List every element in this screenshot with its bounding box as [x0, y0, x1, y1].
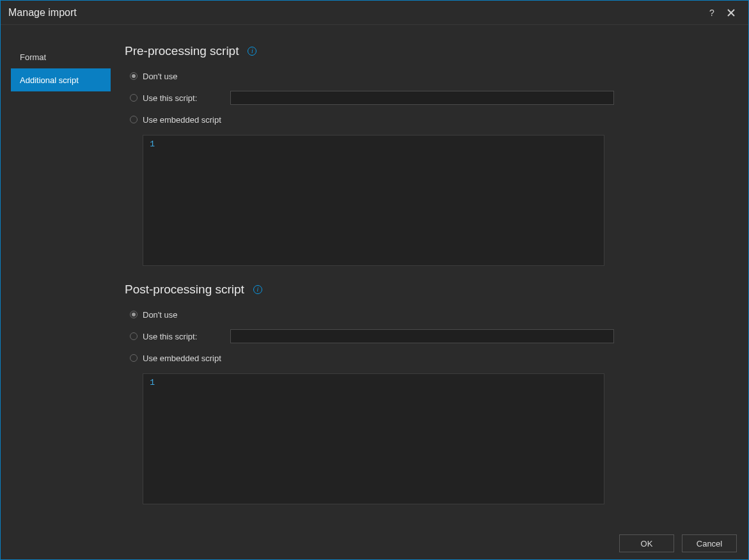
dialog-footer: OK Cancel [1, 527, 748, 559]
radio-use-embedded[interactable] [130, 354, 138, 362]
radio-label[interactable]: Don't use [143, 310, 178, 320]
radio-label[interactable]: Use embedded script [143, 354, 221, 363]
titlebar: Manage import ? [1, 1, 748, 25]
cancel-button[interactable]: Cancel [682, 534, 737, 552]
sidebar: Format Additional script [1, 25, 111, 527]
pre-processing-heading: Pre-processing script [125, 44, 239, 58]
editor-gutter: 1 [143, 136, 159, 265]
post-processing-section: Post-processing script i Don't use Use t… [125, 283, 723, 504]
sidebar-item-format[interactable]: Format [11, 45, 111, 68]
info-icon[interactable]: i [248, 47, 256, 56]
pre-radio-embedded-row[interactable]: Use embedded script [130, 113, 723, 126]
content-pane: Pre-processing script i Don't use Use th… [111, 25, 748, 527]
pre-radio-dont-use-row[interactable]: Don't use [130, 70, 723, 82]
help-icon[interactable]: ? [702, 3, 721, 22]
post-processing-heading: Post-processing script [125, 283, 244, 297]
radio-use-this[interactable] [130, 332, 138, 340]
editor-body[interactable] [159, 374, 604, 504]
radio-use-embedded[interactable] [130, 116, 138, 123]
post-radio-dont-use-row[interactable]: Don't use [130, 308, 723, 321]
pre-processing-section: Pre-processing script i Don't use Use th… [125, 44, 723, 266]
sidebar-item-label: Additional script [20, 75, 79, 85]
editor-gutter: 1 [143, 374, 159, 504]
close-icon[interactable] [721, 3, 741, 22]
radio-label[interactable]: Use embedded script [143, 115, 221, 125]
sidebar-item-additional-script[interactable]: Additional script [11, 68, 111, 91]
editor-body[interactable] [159, 136, 604, 265]
post-radio-use-this-row[interactable]: Use this script: [130, 330, 723, 343]
sidebar-item-label: Format [20, 52, 46, 62]
post-embedded-editor[interactable]: 1 [143, 373, 604, 504]
radio-label[interactable]: Don't use [143, 72, 178, 81]
window-title: Manage import [8, 7, 702, 19]
ok-button[interactable]: OK [619, 534, 674, 552]
pre-embedded-editor[interactable]: 1 [143, 135, 604, 266]
radio-dont-use[interactable] [130, 311, 138, 318]
post-script-path-input[interactable] [230, 329, 614, 343]
pre-script-path-input[interactable] [230, 91, 614, 105]
post-radio-embedded-row[interactable]: Use embedded script [130, 352, 723, 364]
radio-dont-use[interactable] [130, 72, 138, 80]
radio-label[interactable]: Use this script: [143, 93, 197, 103]
radio-label[interactable]: Use this script: [143, 332, 197, 341]
info-icon[interactable]: i [253, 285, 262, 294]
pre-radio-use-this-row[interactable]: Use this script: [130, 91, 723, 104]
radio-use-this[interactable] [130, 94, 138, 102]
